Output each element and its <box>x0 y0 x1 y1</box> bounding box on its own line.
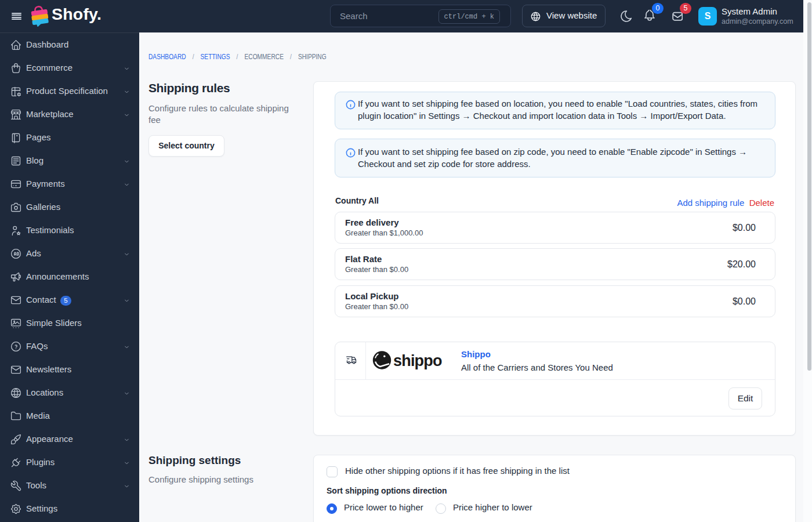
svg-text:shippo: shippo <box>393 352 442 369</box>
